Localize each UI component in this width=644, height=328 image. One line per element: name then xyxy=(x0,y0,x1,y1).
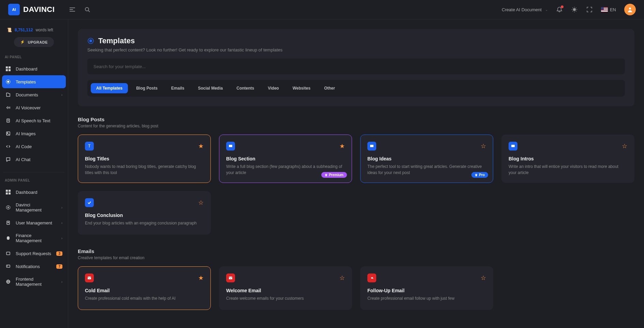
template-card-blog-intros[interactable]: ☆ Blog Intros Write an intro that will e… xyxy=(501,135,634,183)
sidebar-item-davinci-management[interactable]: Davinci Management › xyxy=(2,199,66,216)
sidebar-item-documents[interactable]: Documents › xyxy=(2,88,66,101)
nav-label: AI Code xyxy=(16,144,32,149)
favorite-star-icon[interactable]: ☆ xyxy=(481,142,486,150)
svg-point-36 xyxy=(8,222,9,223)
favorite-star-icon[interactable]: ☆ xyxy=(198,199,204,206)
template-card-blog-titles[interactable]: T ★ Blog Titles Nobody wants to read bor… xyxy=(78,135,211,183)
finance-icon xyxy=(5,235,11,241)
svg-rect-22 xyxy=(8,106,8,109)
card-desc: Create professional email follow up with… xyxy=(367,295,486,301)
category-subtitle: Content for the generating articles, blo… xyxy=(78,124,634,128)
logo[interactable]: AI DAVINCI xyxy=(8,4,68,15)
filter-other[interactable]: Other xyxy=(319,83,340,93)
template-card-blog-conclusion[interactable]: ☆ Blog Conclusion End your blog articles… xyxy=(78,191,211,235)
notifications-icon[interactable] xyxy=(556,6,563,13)
sidebar-item-support-requests[interactable]: Support Requests 3 xyxy=(2,247,66,260)
svg-line-10 xyxy=(572,8,573,9)
upgrade-label: UPGRADE xyxy=(28,40,48,44)
filter-blog-posts[interactable]: Blog Posts xyxy=(131,83,163,93)
favorite-star-icon[interactable]: ★ xyxy=(339,142,345,150)
filter-websites[interactable]: Websites xyxy=(287,83,316,93)
card-title: Follow-Up Email xyxy=(367,288,486,293)
language-selector[interactable]: EN xyxy=(601,7,616,12)
chevron-right-icon: › xyxy=(61,206,62,209)
words-label: words left xyxy=(35,28,53,32)
create-ai-document-button[interactable]: Create AI Document ⌄ xyxy=(502,7,548,12)
template-card-blog-ideas[interactable]: ☆ Blog Ideas The perfect tool to start w… xyxy=(360,135,493,183)
sidebar-item-dashboard[interactable]: Dashboard xyxy=(2,62,66,75)
admin-panel-label: ADMIN PANEL xyxy=(2,178,66,186)
flag-icon xyxy=(601,7,608,12)
card-title: Cold Email xyxy=(85,288,204,293)
crown-icon: ♛ xyxy=(475,173,478,177)
sidebar-item-ai-speech-to-text[interactable]: AI Speech to Text xyxy=(2,114,66,127)
svg-rect-24 xyxy=(10,107,10,109)
sidebar-item-ai-images[interactable]: AI Images xyxy=(2,127,66,140)
template-card-cold-email[interactable]: ★ Cold Email Create professional cold em… xyxy=(78,266,211,310)
fullscreen-icon[interactable] xyxy=(586,6,593,13)
template-card-welcome-email[interactable]: ☆ Welcome Email Create welcome emails fo… xyxy=(219,266,352,310)
sidebar-item-ai-code[interactable]: AI Code xyxy=(2,140,66,153)
favorite-star-icon[interactable]: ★ xyxy=(198,142,204,150)
svg-point-5 xyxy=(573,8,576,11)
svg-rect-0 xyxy=(70,7,75,8)
svg-rect-38 xyxy=(6,252,10,255)
logo-icon: AI xyxy=(8,4,20,15)
templates-icon xyxy=(5,79,11,84)
filter-emails[interactable]: Emails xyxy=(166,83,190,93)
nav-label: AI Images xyxy=(16,131,36,136)
search-icon[interactable] xyxy=(83,5,91,14)
page-title: Templates xyxy=(98,36,135,45)
logo-text: DAVINCI xyxy=(23,5,55,14)
filter-tabs: All Templates Blog Posts Emails Social M… xyxy=(87,80,625,97)
svg-rect-21 xyxy=(6,107,7,108)
favorite-star-icon[interactable]: ☆ xyxy=(339,274,345,282)
speech-icon xyxy=(5,118,11,123)
favorite-star-icon[interactable]: ★ xyxy=(198,274,204,282)
sidebar-item-ai-chat[interactable]: AI Chat xyxy=(2,153,66,166)
filter-social-media[interactable]: Social Media xyxy=(193,83,229,93)
sidebar-item-finance-management[interactable]: Finance Management › xyxy=(2,229,66,247)
sidebar-item-ai-voiceover[interactable]: AI Voiceover xyxy=(2,101,66,114)
images-icon xyxy=(5,131,11,136)
notification-dot xyxy=(561,5,564,8)
filter-video[interactable]: Video xyxy=(262,83,284,93)
chat-icon xyxy=(5,157,11,162)
user-icon xyxy=(5,220,11,225)
svg-line-4 xyxy=(88,11,90,12)
voiceover-icon xyxy=(5,105,11,110)
page-header-card: Templates Seeking that perfect content? … xyxy=(78,29,634,106)
template-card-follow-up-email[interactable]: ☆ Follow-Up Email Create professional em… xyxy=(360,266,493,310)
favorite-star-icon[interactable]: ☆ xyxy=(481,274,486,282)
svg-rect-30 xyxy=(6,190,8,192)
words-count: 8,751,112 xyxy=(15,28,33,32)
svg-rect-23 xyxy=(9,107,9,108)
svg-rect-18 xyxy=(9,69,11,71)
sidebar-item-notifications[interactable]: Notifications 7 xyxy=(2,260,66,273)
documents-icon xyxy=(5,92,11,97)
upgrade-button[interactable]: ⚡ UPGRADE xyxy=(14,37,54,47)
sidebar-item-frontend-management[interactable]: Frontend Management › xyxy=(2,273,66,291)
sidebar-item-user-management[interactable]: User Management › xyxy=(2,216,66,229)
menu-toggle-icon[interactable] xyxy=(68,5,76,14)
page-subtitle: Seeking that perfect content? Look no fu… xyxy=(87,47,625,52)
nav-label: AI Voiceover xyxy=(16,105,41,110)
template-card-blog-section[interactable]: ★ Blog Section Write a full blog section… xyxy=(219,135,352,183)
template-search-input[interactable] xyxy=(93,64,619,69)
nav-label: User Management xyxy=(16,220,52,225)
premium-badge: ♛Premium xyxy=(321,172,347,178)
svg-rect-33 xyxy=(9,192,11,194)
card-icon xyxy=(226,274,235,282)
theme-toggle-icon[interactable] xyxy=(571,6,578,13)
svg-point-34 xyxy=(8,207,9,208)
svg-rect-50 xyxy=(229,277,232,279)
filter-all-templates[interactable]: All Templates xyxy=(91,83,128,93)
sidebar-item-admin-dashboard[interactable]: Dashboard xyxy=(2,186,66,199)
sidebar-item-templates[interactable]: Templates xyxy=(2,75,66,88)
header: AI DAVINCI Create AI Document ⌄ EN xyxy=(0,0,644,19)
chevron-right-icon: › xyxy=(61,236,62,240)
favorite-star-icon[interactable]: ☆ xyxy=(622,142,627,150)
filter-contents[interactable]: Contents xyxy=(231,83,260,93)
user-avatar[interactable] xyxy=(624,4,636,15)
category-subtitle: Creative templates for email creation xyxy=(78,255,634,260)
